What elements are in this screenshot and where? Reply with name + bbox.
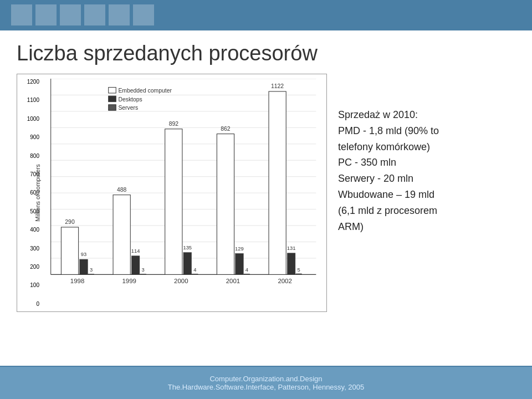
y-label-900: 900	[30, 134, 39, 140]
footer: Computer.Organization.and.Design The.Har…	[0, 367, 532, 399]
label-2001-desktops: 129	[235, 246, 244, 252]
x-label-2000: 2000	[174, 278, 188, 284]
y-axis-labels: 1200 1100 1000 900 800 700 600 500 400 3…	[18, 79, 39, 307]
y-label-300: 300	[30, 245, 39, 252]
label-2001-servers: 4	[245, 267, 248, 273]
label-1999-embedded: 488	[117, 187, 127, 193]
legend-desktops-label: Desktops	[118, 96, 142, 103]
y-label-600: 600	[30, 190, 39, 196]
bar-1999-desktops	[131, 256, 140, 275]
label-1999-servers: 3	[142, 267, 145, 273]
label-1998-servers: 3	[90, 267, 93, 273]
bar-2000-desktops	[183, 253, 192, 275]
label-1999-desktops: 114	[131, 248, 140, 254]
footer-line1: Computer.Organization.and.Design	[209, 375, 322, 383]
bar-2001-desktops	[236, 253, 244, 274]
y-label-200: 200	[30, 264, 39, 270]
y-label-100: 100	[30, 282, 39, 288]
chart-box: Millions of computers 1200 1100 1000 900…	[17, 74, 327, 312]
bar-2000-servers	[192, 274, 198, 274]
legend-servers-box	[109, 105, 116, 110]
label-2000-desktops: 135	[183, 245, 192, 250]
y-label-1000: 1000	[27, 116, 39, 122]
legend-servers-label: Servers	[118, 105, 138, 111]
x-label-1999: 1999	[122, 278, 136, 284]
label-1998-embedded: 290	[65, 219, 75, 225]
label-2001-embedded: 862	[221, 126, 231, 132]
x-label-2001: 2001	[226, 278, 240, 284]
chart-container: Millions of computers 1200 1100 1000 900…	[17, 74, 327, 312]
label-2000-servers: 4	[193, 267, 196, 273]
label-2002-embedded: 1122	[271, 83, 284, 89]
label-2002-servers: 5	[297, 267, 300, 273]
x-label-2002: 2002	[278, 278, 291, 284]
decorative-squares-top	[0, 4, 154, 25]
bar-1998-embedded	[61, 227, 78, 274]
bar-1999-embedded	[113, 195, 130, 275]
bar-2000-embedded	[165, 129, 182, 275]
slide-content: Millions of computers 1200 1100 1000 900…	[17, 74, 515, 312]
bar-2002-embedded	[269, 91, 286, 274]
y-label-800: 800	[30, 153, 39, 159]
bar-1998-desktops	[80, 259, 88, 274]
legend-embedded-label: Embedded computer	[118, 88, 172, 94]
bar-2001-embedded	[217, 134, 234, 275]
bar-2001-servers	[244, 274, 249, 274]
y-label-400: 400	[30, 227, 39, 233]
label-2002-desktops: 131	[287, 245, 296, 251]
legend-desktops-box	[109, 96, 116, 101]
label-2000-embedded: 892	[169, 121, 179, 127]
legend-embedded-box	[109, 88, 116, 93]
y-label-1200: 1200	[27, 79, 39, 85]
y-label-1100: 1100	[27, 97, 39, 103]
bar-2002-desktops	[287, 253, 295, 275]
slide: Liczba sprzedanych procesorów Millions o…	[0, 30, 532, 366]
y-label-700: 700	[30, 171, 39, 177]
slide-title: Liczba sprzedanych procesorów	[17, 42, 515, 65]
footer-line2: The.Hardware.Software.Interface, Patters…	[168, 383, 365, 391]
description-panel: Sprzedaż w 2010: PMD - 1,8 mld (90% to t…	[338, 74, 515, 234]
bar-1999-servers	[140, 274, 146, 274]
bar-2002-servers	[296, 274, 301, 274]
chart-svg: 290 93 3 1998 488 114	[45, 79, 322, 292]
y-label-500: 500	[30, 208, 39, 214]
description-text: Sprzedaż w 2010: PMD - 1,8 mld (90% to t…	[338, 107, 515, 234]
y-label-0: 0	[36, 301, 39, 307]
bar-1998-servers	[88, 274, 94, 274]
label-1998-desktops: 93	[81, 252, 86, 257]
x-label-1998: 1998	[70, 278, 84, 284]
